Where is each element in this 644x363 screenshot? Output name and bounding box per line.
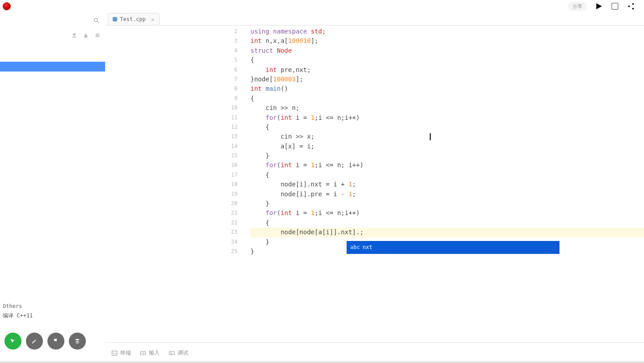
menu-icon[interactable] (94, 32, 101, 40)
code-line-7[interactable]: }node[100003]; (250, 75, 644, 84)
sidebar-tabs (0, 13, 105, 30)
code-line-18[interactable]: node[i].nxt = i + 1; (250, 180, 644, 189)
bottom-bar: 终端 输入 调试 (105, 342, 644, 363)
code-line-3[interactable]: int n,x,a[100010]; (250, 36, 644, 46)
code-line-14[interactable]: a[x] = i; (250, 142, 644, 151)
code-line-12[interactable]: { (250, 122, 644, 132)
code-line-16[interactable]: for(int i = 1;i <= n; i++) (250, 160, 644, 170)
stack-fab[interactable] (69, 333, 86, 350)
code-line-5[interactable]: { (250, 55, 644, 65)
code-line-8[interactable]: int main() (250, 84, 644, 93)
code-line-4[interactable]: struct Node (250, 46, 644, 55)
tab-label: Test.cpp (120, 16, 146, 22)
svg-rect-6 (169, 351, 174, 355)
code-line-19[interactable]: node[i].pre = i - 1; (250, 190, 644, 199)
file-row-1[interactable] (0, 52, 105, 62)
code-line-2[interactable]: using namespace std; (250, 27, 644, 36)
code-view[interactable]: 2345678910111213141516171819202122232425… (105, 25, 644, 343)
cursor-fab[interactable] (4, 333, 21, 350)
code-line-11[interactable]: for(int i = 1;i <= n;i++) (250, 113, 644, 122)
svg-point-3 (94, 18, 97, 21)
code-line-6[interactable]: int pre,nxt; (250, 65, 644, 75)
flag-fab[interactable] (47, 333, 64, 350)
tab-testcpp[interactable]: Test.cpp × (108, 13, 160, 25)
text-cursor (430, 133, 431, 140)
file-row-3[interactable] (0, 72, 105, 81)
share-button[interactable]: 分享 (568, 2, 587, 11)
compiler-label[interactable]: 编译 C++11 (0, 311, 105, 321)
code-line-22[interactable]: { (250, 218, 644, 228)
file-row-8[interactable] (0, 121, 105, 131)
bottom-input[interactable]: 输入 (140, 349, 160, 357)
editor-tabbar: Test.cpp × (105, 13, 644, 25)
gutter: 2345678910111213141516171819202122232425 (105, 27, 242, 256)
sidebar: Others 编译 C++11 (0, 13, 106, 343)
file-list (0, 42, 105, 140)
code-line-15[interactable]: } (250, 151, 644, 160)
close-icon[interactable]: × (151, 16, 155, 23)
download-icon[interactable] (83, 32, 89, 40)
file-row-6[interactable] (0, 101, 105, 111)
code-line-13[interactable]: cin >> x; (250, 132, 644, 141)
svg-point-1 (628, 5, 630, 7)
upload-icon[interactable] (71, 32, 77, 40)
completion-text: nxt (363, 244, 373, 250)
share-icon[interactable] (627, 2, 635, 10)
sidebar-tab-files[interactable] (4, 18, 8, 24)
completion-popup[interactable]: abcnxt (347, 241, 559, 254)
others-header: Others (0, 301, 105, 311)
editor-area: Test.cpp × 23456789101112131415161718192… (105, 13, 644, 343)
file-row-5[interactable] (0, 91, 105, 101)
code-line-21[interactable]: for(int i = 1;i <= n;i++) (250, 208, 644, 218)
code-line-20[interactable]: } (250, 199, 644, 208)
completion-kind: abc (350, 244, 360, 250)
file-row-2[interactable] (0, 62, 105, 72)
file-icon (113, 17, 117, 21)
fab-row (4, 333, 86, 350)
pen-fab[interactable] (26, 333, 43, 350)
svg-point-0 (632, 3, 634, 5)
file-row-9[interactable] (0, 131, 105, 140)
svg-rect-4 (112, 351, 117, 355)
project-toolbar (0, 30, 105, 42)
file-row-4[interactable] (0, 81, 105, 91)
svg-point-2 (632, 8, 634, 9)
code-line-9[interactable]: { (250, 94, 644, 103)
app-logo (3, 2, 11, 10)
code-line-10[interactable]: cin >> n; (250, 103, 644, 113)
bottom-terminal[interactable]: 终端 (111, 349, 131, 357)
code-line-23[interactable]: node[node[a[i]].nxt].; (250, 228, 644, 237)
search-icon[interactable] (93, 17, 101, 25)
bottom-strip (0, 361, 644, 363)
stop-icon[interactable] (611, 2, 619, 10)
bottom-debug[interactable]: 调试 (169, 349, 188, 357)
file-row-0[interactable] (0, 42, 105, 52)
run-icon[interactable] (595, 2, 603, 10)
code-line-17[interactable]: { (250, 170, 644, 180)
code-source[interactable]: using namespace std;int n,x,a[100010];st… (250, 27, 644, 256)
file-row-7[interactable] (0, 111, 105, 121)
